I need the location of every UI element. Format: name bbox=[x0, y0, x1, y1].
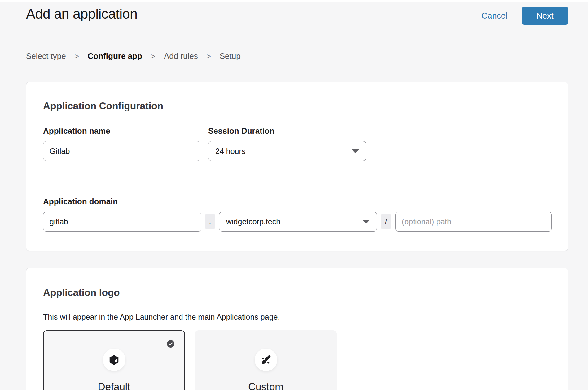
step-add-rules[interactable]: Add rules bbox=[164, 51, 198, 61]
application-domain-row: . widgetcorp.tech / bbox=[43, 212, 551, 232]
top-white-strip bbox=[0, 0, 588, 2]
custom-logo-circle bbox=[255, 349, 277, 371]
application-logo-card: Application logo This will appear in the… bbox=[26, 268, 568, 390]
breadcrumb-separator: > bbox=[207, 52, 211, 61]
logo-option-default[interactable]: Default bbox=[43, 330, 185, 390]
application-configuration-card: Application Configuration Application na… bbox=[26, 82, 568, 251]
domain-select[interactable]: widgetcorp.tech bbox=[219, 212, 377, 232]
cube-icon bbox=[108, 354, 120, 366]
chevron-down-icon bbox=[352, 149, 359, 153]
cancel-button[interactable]: Cancel bbox=[481, 7, 507, 25]
application-name-field: Application name bbox=[43, 126, 200, 161]
next-button[interactable]: Next bbox=[522, 7, 568, 25]
domain-value: widgetcorp.tech bbox=[226, 217, 280, 226]
step-setup[interactable]: Setup bbox=[220, 51, 241, 61]
application-domain-label: Application domain bbox=[43, 197, 551, 206]
session-duration-value: 24 hours bbox=[215, 147, 245, 156]
logo-option-label: Custom bbox=[195, 381, 336, 390]
checkmark-icon bbox=[167, 340, 174, 348]
logo-option-custom[interactable]: Custom bbox=[195, 330, 337, 390]
application-name-input[interactable] bbox=[43, 141, 200, 161]
application-logo-heading: Application logo bbox=[43, 287, 551, 298]
paintbrush-icon bbox=[260, 354, 272, 366]
page-title: Add an application bbox=[26, 5, 137, 23]
default-logo-circle bbox=[103, 349, 125, 371]
chevron-down-icon bbox=[362, 220, 370, 224]
subdomain-input[interactable] bbox=[43, 212, 201, 232]
slash-separator: / bbox=[381, 214, 391, 229]
step-configure-app[interactable]: Configure app bbox=[88, 51, 142, 61]
header-actions: Cancel Next bbox=[481, 7, 568, 25]
session-duration-field: Session Duration 24 hours bbox=[208, 126, 366, 161]
logo-options: Default Custom bbox=[43, 330, 551, 390]
path-input[interactable] bbox=[395, 212, 552, 232]
page-container: Add an application Cancel Next Select ty… bbox=[0, 2, 588, 390]
name-duration-row: Application name Session Duration 24 hou… bbox=[43, 126, 551, 161]
application-name-label: Application name bbox=[43, 126, 200, 136]
dot-separator: . bbox=[205, 214, 215, 229]
page-header: Add an application Cancel Next bbox=[26, 2, 568, 25]
step-select-type[interactable]: Select type bbox=[26, 51, 66, 61]
logo-option-label: Default bbox=[44, 381, 184, 390]
session-duration-select[interactable]: 24 hours bbox=[208, 141, 366, 161]
application-logo-description: This will appear in the App Launcher and… bbox=[43, 312, 551, 322]
session-duration-label: Session Duration bbox=[208, 126, 366, 136]
breadcrumb: Select type > Configure app > Add rules … bbox=[26, 51, 568, 61]
breadcrumb-separator: > bbox=[151, 52, 155, 61]
application-configuration-heading: Application Configuration bbox=[43, 100, 551, 112]
breadcrumb-separator: > bbox=[75, 52, 79, 61]
